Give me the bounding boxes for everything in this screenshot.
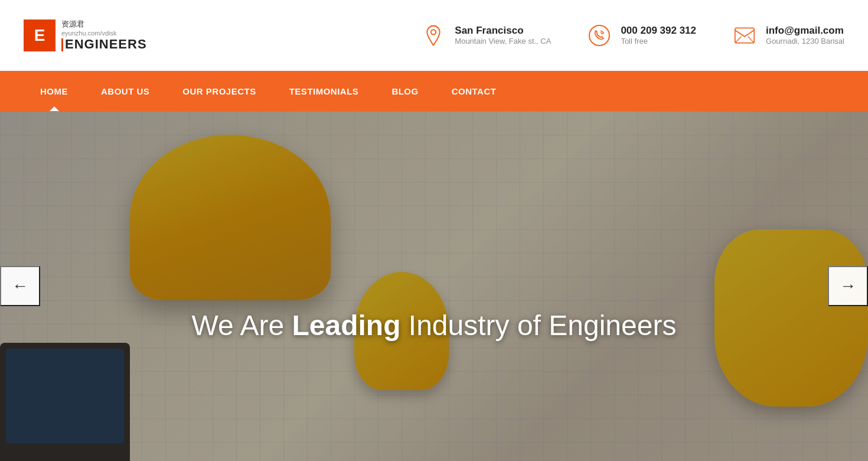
logo-cn-name: 资源君: [61, 19, 147, 30]
location-icon: [420, 22, 446, 48]
hero-section: We Are Leading Industry of Engineers ← →: [0, 111, 868, 461]
nav-item-blog[interactable]: BLOG: [375, 71, 435, 111]
header-phone: 000 209 392 312 Toll free: [586, 22, 696, 48]
email-sub: Gournadi, 1230 Barisal: [766, 37, 844, 46]
nav-item-contact[interactable]: CONTACT: [435, 71, 513, 111]
hero-overlay: [0, 111, 868, 461]
hero-prev-button[interactable]: ←: [0, 266, 40, 306]
svg-point-1: [589, 25, 609, 46]
header-contact-info: San Francisco Mountain View, Fake st., C…: [420, 22, 844, 48]
nav-item-testimonials[interactable]: TESTIMONIALS: [273, 71, 376, 111]
nav-item-projects[interactable]: OUR PROJECTS: [166, 71, 272, 111]
logo-url: eyunzhu.com/vdisk: [61, 30, 147, 37]
hero-headline-normal: We Are: [192, 310, 292, 341]
hero-text-block: We Are Leading Industry of Engineers: [0, 309, 868, 343]
nav-item-about[interactable]: ABOUT US: [84, 71, 166, 111]
phone-number: 000 209 392 312: [621, 25, 696, 37]
header-email: info@gmail.com Gournadi, 1230 Barisal: [732, 22, 844, 48]
location-city: San Francisco: [455, 25, 551, 37]
email-icon: [732, 22, 758, 48]
logo[interactable]: E 资源君 eyunzhu.com/vdisk ENGINEERS: [24, 19, 177, 52]
svg-point-0: [431, 30, 436, 34]
phone-label: Toll free: [621, 37, 696, 46]
hero-next-button[interactable]: →: [828, 266, 868, 306]
email-address: info@gmail.com: [766, 25, 844, 37]
logo-letter-box: E: [24, 20, 56, 51]
main-navbar: HOME ABOUT US OUR PROJECTS TESTIMONIALS …: [0, 71, 868, 111]
hero-headline: We Are Leading Industry of Engineers: [0, 309, 868, 343]
hero-headline-bold: Leading: [292, 310, 400, 341]
header-location: San Francisco Mountain View, Fake st., C…: [420, 22, 551, 48]
location-text: San Francisco Mountain View, Fake st., C…: [455, 25, 551, 46]
site-header: E 资源君 eyunzhu.com/vdisk ENGINEERS San Fr…: [0, 0, 868, 71]
logo-eng-name: ENGINEERS: [61, 37, 147, 52]
logo-text-block: 资源君 eyunzhu.com/vdisk ENGINEERS: [61, 19, 147, 52]
phone-icon: [586, 22, 612, 48]
logo-letter: E: [34, 26, 45, 45]
phone-text: 000 209 392 312 Toll free: [621, 25, 696, 46]
email-text: info@gmail.com Gournadi, 1230 Barisal: [766, 25, 844, 46]
location-address: Mountain View, Fake st., CA: [455, 37, 551, 46]
svg-rect-2: [735, 28, 754, 43]
nav-item-home[interactable]: HOME: [24, 71, 84, 111]
nav-menu: HOME ABOUT US OUR PROJECTS TESTIMONIALS …: [24, 71, 513, 111]
hero-headline-end: Industry of Engineers: [400, 310, 676, 341]
